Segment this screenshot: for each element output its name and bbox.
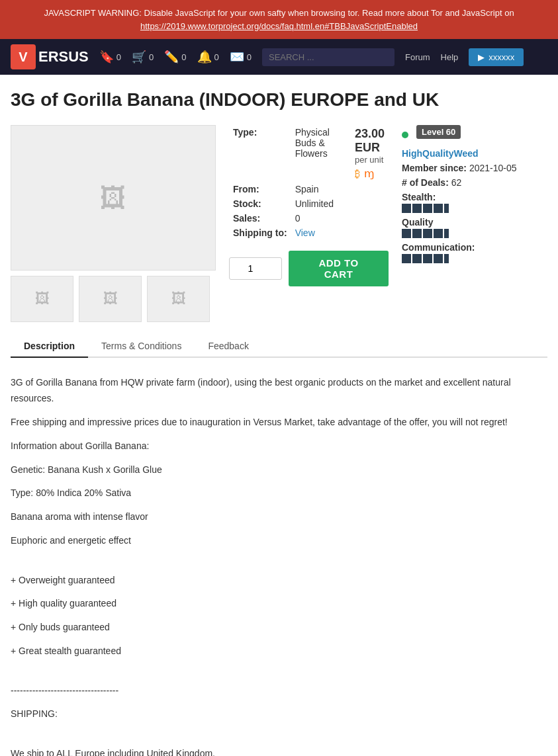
deals-row: # of Deals: 62 [402, 177, 547, 188]
guarantee-line: + Only buds guaranteed [11, 620, 547, 636]
quality-row: Quality [402, 217, 547, 238]
guarantee-line: + Great stealth guaranteed [11, 644, 547, 659]
username-label: xxxxxx [488, 52, 514, 62]
price-per-unit: per unit [355, 155, 385, 165]
communication-rating [402, 254, 547, 263]
stock-label: Stock: [229, 196, 291, 211]
guarantee-line: + High quality guaranteed [11, 596, 547, 612]
from-value: Spain [291, 182, 351, 196]
sales-label: Sales: [229, 211, 291, 226]
quantity-input[interactable] [229, 257, 282, 280]
bookmark-count: 0 [116, 52, 121, 62]
cart-count: 0 [149, 52, 154, 62]
cart-icon: 🛒 [132, 50, 146, 64]
header: V ERSUS 🔖 0 🛒 0 ✏️ 0 🔔 0 ✉️ 0 Forum Help… [0, 39, 558, 75]
info-line: Type: 80% Indica 20% Sativa [11, 485, 547, 501]
page-title: 3G of Gorilla Banana (INDOOR) EUROPE and… [11, 88, 547, 112]
description-divider: ----------------------------------- [11, 683, 547, 699]
info-line: Euphoric and energetic effect [11, 533, 547, 549]
cart-nav[interactable]: 🛒 0 [132, 50, 154, 64]
info-line: Genetic: Banana Kush x Gorilla Glue [11, 462, 547, 478]
description-shipping-title: SHIPPING: [11, 706, 547, 722]
shipping-view-link[interactable]: View [295, 228, 315, 238]
bell-icon: 🔔 [197, 50, 212, 64]
bitcoin-icon: ₿ [355, 168, 360, 180]
member-since-row: Member since: 2021-10-05 [402, 163, 547, 173]
shipping-value: View [291, 226, 351, 240]
logo[interactable]: V ERSUS [11, 44, 89, 69]
price-display: 23.00 EUR [355, 127, 385, 155]
logo-icon: V [11, 44, 36, 69]
seller-level-badge: Level 60 [416, 125, 461, 139]
product-details: Type: Physical Buds & Flowers 23.00 EUR … [229, 125, 389, 322]
bookmark-nav[interactable]: 🔖 0 [99, 50, 121, 64]
description-p2: Free shipping and impressive prices due … [11, 415, 547, 431]
help-link[interactable]: Help [441, 52, 459, 62]
page-content: 3G of Gorilla Banana (INDOOR) EUROPE and… [0, 75, 558, 756]
main-product-image[interactable]: 🖼 [11, 125, 216, 271]
warning-text: JAVASCRIPT WARNING: Disable JavaScript f… [44, 8, 514, 18]
username-button[interactable]: ▶ xxxxxx [469, 48, 524, 66]
shipping-label: Shipping to: [229, 226, 291, 240]
type-label: Type: [229, 125, 291, 182]
description-guarantees: + Overweight guaranteed+ High quality gu… [11, 573, 547, 659]
product-layout: 🖼 🖼 🖼 🖼 Type: Physical [11, 125, 547, 322]
thumbnail-row: 🖼 🖼 🖼 [11, 276, 216, 322]
info-line: Banana aroma with intense flavor [11, 509, 547, 525]
tab-feedback[interactable]: Feedback [195, 335, 261, 357]
edit-count: 0 [181, 52, 186, 62]
chevron-right-icon: ▶ [478, 52, 485, 62]
tab-terms[interactable]: Terms & Conditions [88, 335, 195, 357]
thumbnail-2[interactable]: 🖼 [79, 276, 142, 322]
crypto-icons: ₿ ɱ [355, 167, 385, 180]
main-image-placeholder: 🖼 [100, 183, 126, 213]
monero-icon: ɱ [364, 167, 375, 180]
type-value: Physical Buds & Flowers [291, 125, 351, 182]
forum-link[interactable]: Forum [405, 52, 430, 62]
description-shipping-1: We ship to ALL Europe including United K… [11, 746, 547, 756]
online-indicator [402, 132, 408, 138]
from-label: From: [229, 182, 291, 196]
tab-description[interactable]: Description [11, 335, 88, 358]
bell-count: 0 [214, 52, 219, 62]
warning-banner: JAVASCRIPT WARNING: Disable JavaScript f… [0, 0, 558, 39]
thumbnail-1[interactable]: 🖼 [11, 276, 73, 322]
add-to-cart-row: ADD TO CART [229, 251, 389, 286]
mail-icon: ✉️ [230, 50, 244, 64]
mail-count: 0 [247, 52, 252, 62]
description-content: 3G of Gorilla Banana from HQW private fa… [11, 368, 547, 756]
detail-table: Type: Physical Buds & Flowers 23.00 EUR … [229, 125, 389, 240]
thumbnail-3[interactable]: 🖼 [147, 276, 210, 322]
tabs: Description Terms & Conditions Feedback [11, 335, 547, 358]
seller-info: Level 60 HighQualityWeed Member since: 2… [402, 125, 547, 322]
mail-nav[interactable]: ✉️ 0 [230, 50, 252, 64]
edit-icon: ✏️ [164, 50, 179, 64]
communication-row: Communication: [402, 242, 547, 263]
description-p1: 3G of Gorilla Banana from HQW private fa… [11, 375, 547, 407]
warning-link[interactable]: https://2019.www.torproject.org/docs/faq… [140, 21, 418, 31]
stealth-row: Stealth: [402, 192, 547, 213]
description-p3: Information about Gorilla Banana: [11, 439, 547, 454]
seller-name-link[interactable]: HighQualityWeed [402, 148, 479, 159]
seller-name-row: HighQualityWeed [402, 148, 547, 159]
description-info-lines: Genetic: Banana Kush x Gorilla GlueType:… [11, 462, 547, 549]
guarantee-line: + Overweight guaranteed [11, 573, 547, 589]
stock-value: Unlimited [291, 196, 351, 211]
add-to-cart-button[interactable]: ADD TO CART [289, 251, 389, 286]
edit-nav[interactable]: ✏️ 0 [164, 50, 186, 64]
stealth-rating [402, 204, 547, 213]
product-images: 🖼 🖼 🖼 🖼 [11, 125, 216, 322]
logo-text: ERSUS [38, 48, 89, 65]
search-input[interactable] [262, 48, 395, 66]
quality-rating [402, 229, 547, 238]
bookmark-icon: 🔖 [99, 50, 114, 64]
bell-nav[interactable]: 🔔 0 [197, 50, 219, 64]
sales-value: 0 [291, 211, 351, 226]
